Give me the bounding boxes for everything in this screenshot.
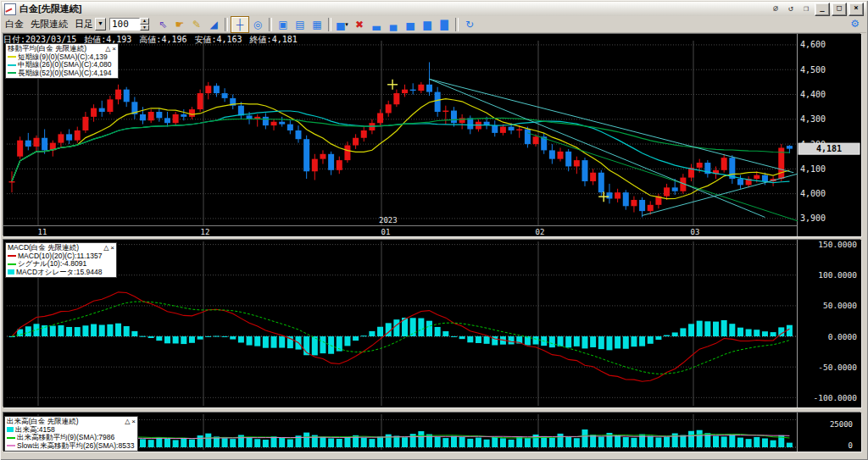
info-segment: 高値:4,196 [139,35,186,44]
svg-text:50.0000: 50.0000 [823,301,857,310]
ma-long-swatch [8,72,16,74]
legend-row: MACDオシレータ:15.9448 [8,269,114,277]
svg-text:-50.0000: -50.0000 [818,363,857,372]
new-chart-window-icon[interactable]: ▣ [275,17,292,32]
window-bottom-frame [2,453,866,458]
svg-text:4,181: 4,181 [816,144,842,153]
period-dropdown[interactable]: 日足 ▼ [75,18,106,30]
macd-osc-swatch [8,269,14,274]
zoom-mode-icon[interactable]: ◎ [249,17,266,32]
svg-text:-100.0000: -100.0000 [814,393,858,402]
svg-text:2023: 2023 [379,216,398,224]
svg-text:01: 01 [381,228,391,236]
svg-text:11: 11 [38,228,47,236]
price-chart-svg[interactable]: 4,6004,5004,4004,3004,2004,1004,0003,900… [3,34,861,236]
indicator-1-icon[interactable]: ▃ [368,17,385,32]
app-chart-icon [4,3,16,15]
bar-count-spinner: ▲ ▼ [109,18,149,30]
vol-ma26-swatch [7,445,15,446]
ma-short-swatch [8,56,16,58]
select-cursor-icon[interactable]: ⇖ [154,17,171,32]
chart-type-icon[interactable]: ▅▾ [334,17,351,32]
volume-swatch [7,427,14,432]
ma-long-label: 長期線(52)(0)(SMA)(C):4,194 [18,69,112,78]
spin-down-icon[interactable]: ▼ [140,25,149,31]
symbol-label[interactable]: 白金 [5,18,24,30]
window-title: 白金[先限連続] [19,3,81,15]
info-segment: 安値:4,163 [194,35,242,44]
ma-legend[interactable]: 移動平均(白金 先限連続) △ × 短期線(9)(0)(SMA)(C):4,13… [5,43,119,79]
volume-legend[interactable]: 出来高(白金 先限連続) △ × 出来高:4158 出来高移動平均(9)(SMA… [4,416,138,452]
trendline-tool-icon[interactable]: ◢ [205,17,222,32]
ohlc-info-bar: 日付:2023/03/15始値:4,193高値:4,196安値:4,163終値:… [3,35,861,44]
legend-close-icon[interactable]: × [110,245,114,252]
svg-text:100.0000: 100.0000 [818,270,857,280]
macd-line-swatch [8,255,16,257]
maximize-button[interactable]: □ [832,3,847,16]
contract-label[interactable]: 先限連続 [31,18,68,30]
svg-text:02: 02 [536,228,545,236]
draw-line-icon[interactable]: ✎ [188,17,205,32]
toolbar-separator [328,18,331,31]
legend-row: Slow出来高移動平均(26)(SMA):8533 [7,442,136,451]
svg-text:0: 0 [849,441,853,450]
hand-tool-icon[interactable]: ☛ [171,17,188,32]
legend-close-icon[interactable]: × [131,418,136,425]
chart-app-window: 白金[先限連続] ∅↺❐ _ □ × 白金 先限連続 日足 ▼ ▲ ▼ ⇖☛✎◢… [0,0,868,460]
svg-text:0.0000: 0.0000 [828,332,858,341]
legend-collapse-icon[interactable]: △ [125,418,130,425]
legend-row: 長期線(52)(0)(SMA)(C):4,194 [8,69,116,78]
minimize-button[interactable]: _ [815,3,830,16]
svg-text:4,500: 4,500 [800,65,826,75]
bar-count-input[interactable] [109,18,140,30]
macd-legend[interactable]: MACD(白金 先限連続) △ × MACD(10)(20)(C):11.135… [5,242,117,278]
toolbar-separator [455,18,459,31]
period-dropdown-arrow-icon[interactable]: ▼ [95,18,106,30]
info-segment: 終値:4,181 [250,35,298,44]
svg-text:3,900: 3,900 [800,213,826,223]
remove-indicator-icon[interactable]: ✖ [351,17,368,32]
indicator-2-icon[interactable]: ▄ [385,17,402,32]
toolbar-separator [225,18,228,31]
period-value: 日足 [75,18,93,30]
svg-text:4,000: 4,000 [800,189,826,198]
close-button[interactable]: × [849,3,864,16]
macd-panel[interactable]: 150.0000100.000050.00000.0000-50.0000-10… [3,240,861,407]
legend-collapse-icon[interactable]: △ [105,46,110,53]
crosshair-mode-icon[interactable]: ┼ [231,16,249,33]
svg-text:4,100: 4,100 [800,164,826,174]
signal-line-swatch [8,263,16,265]
svg-text:25000: 25000 [830,420,853,429]
settings-wrench-icon[interactable]: ⚙ [850,18,860,30]
svg-text:150.0000: 150.0000 [818,240,857,249]
toolbar-separator [269,18,272,31]
indicator-3-icon[interactable]: ▅ [402,17,419,32]
ma-mid-swatch [8,64,16,66]
svg-text:4,400: 4,400 [800,90,826,99]
grid-rows-icon[interactable]: ▤ [292,17,309,32]
svg-text:12: 12 [201,228,210,236]
title-bar[interactable]: 白金[先限連続] ∅↺❐ _ □ × [2,2,866,16]
volume-panel[interactable]: 250000 出来高(白金 先限連続) △ × 出来高:4158 出来高移動平均… [3,413,861,452]
svg-text:4,300: 4,300 [800,114,826,124]
vol-ma26-label: Slow出来高移動平均(26)(SMA):8533 [17,442,134,451]
pin-icon[interactable]: ∅ [769,3,782,14]
indicator-4-icon[interactable]: ▆ [419,17,436,32]
toolbar: 白金 先限連続 日足 ▼ ▲ ▼ ⇖☛✎◢┼◎▣▤▦▅▾✖▃▄▅▆▇↻ ⚙ [2,16,866,33]
toolbar-icons: ⇖☛✎◢┼◎▣▤▦▅▾✖▃▄▅▆▇↻ [154,16,478,33]
macd-chart-svg[interactable]: 150.0000100.000050.00000.0000-50.0000-10… [3,240,861,407]
refresh-icon[interactable]: ↻ [461,17,478,32]
price-panel[interactable]: 4,6004,5004,4004,3004,2004,1004,0003,900… [3,34,861,236]
svg-text:03: 03 [691,228,700,236]
legend-close-icon[interactable]: × [112,46,116,53]
grid-cells-icon[interactable]: ▦ [309,17,326,32]
spin-up-icon[interactable]: ▲ [140,18,149,25]
relink-icon[interactable]: ↺ [784,3,798,14]
legend-collapse-icon[interactable]: △ [103,245,108,252]
vol-ma9-swatch [7,437,15,439]
indicator-5-icon[interactable]: ▇ [436,17,453,32]
macd-osc-label: MACDオシレータ:15.9448 [16,269,102,277]
titlebar-mini-controls: ∅↺❐ [767,3,813,14]
clone-window-icon[interactable]: ❐ [799,3,813,14]
